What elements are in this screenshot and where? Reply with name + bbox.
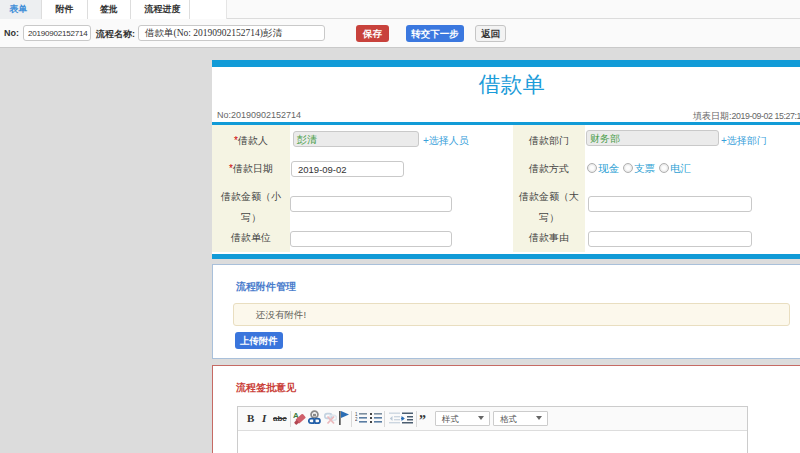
- svg-text:2: 2: [355, 416, 358, 421]
